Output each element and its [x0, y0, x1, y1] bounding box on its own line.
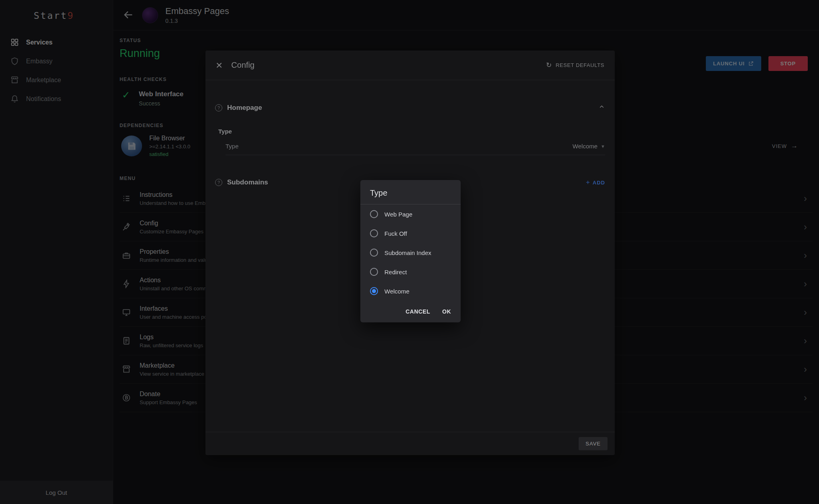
radio-option-web-page[interactable]: Web Page: [360, 204, 461, 224]
type-dialog-footer: CANCEL OK: [360, 301, 461, 322]
radio-option-label: Redirect: [384, 269, 407, 275]
type-dialog-title: Type: [360, 180, 461, 204]
radio-option-fuck-off[interactable]: Fuck Off: [360, 224, 461, 243]
radio-icon: [370, 229, 378, 237]
radio-option-label: Fuck Off: [384, 230, 407, 237]
radio-option-welcome[interactable]: Welcome: [360, 281, 461, 301]
radio-icon: [370, 210, 378, 218]
radio-icon: [370, 268, 378, 276]
radio-option-redirect[interactable]: Redirect: [360, 262, 461, 281]
type-dialog: Type Web Page Fuck Off Subdomain Index R…: [360, 180, 461, 322]
radio-option-label: Web Page: [384, 211, 413, 218]
radio-option-label: Welcome: [384, 288, 409, 295]
radio-icon: [370, 249, 378, 257]
radio-option-label: Subdomain Index: [384, 249, 431, 256]
radio-selected-icon: [370, 287, 378, 295]
ok-button[interactable]: OK: [442, 308, 451, 315]
radio-option-subdomain-index[interactable]: Subdomain Index: [360, 243, 461, 262]
cancel-button[interactable]: CANCEL: [406, 308, 430, 315]
